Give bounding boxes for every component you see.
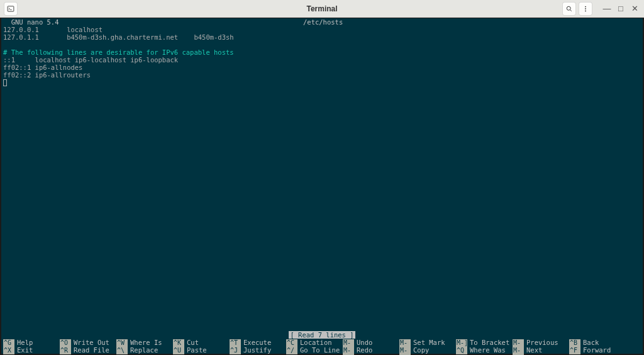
shortcut-item: ^TExecute — [230, 339, 286, 346]
nano-titlebar: GNU nano 5.4 /etc/hosts — [1, 18, 643, 26]
menu-icon[interactable] — [579, 2, 592, 16]
svg-rect-0 — [8, 6, 14, 11]
shortcut-label: Exit — [17, 346, 33, 354]
nano-shortcuts: ^GHelp^XExit^OWrite Out^RRead File^WWher… — [1, 339, 643, 354]
shortcut-item: ^QWhere Was — [456, 346, 513, 354]
shortcut-item: ^RRead File — [60, 346, 116, 354]
shortcut-item: M-UUndo — [343, 339, 399, 346]
search-icon[interactable] — [562, 2, 576, 16]
shortcut-key: ^X — [3, 347, 14, 354]
shortcut-label: Set Mark — [413, 339, 445, 346]
shortcut-label: Where Was — [470, 346, 506, 354]
shortcut-item: ^UPaste — [173, 346, 230, 354]
shortcut-item: ^OWrite Out — [60, 339, 116, 346]
shortcut-label: Back — [583, 339, 599, 346]
shortcut-item: ^WWhere Is — [116, 339, 173, 346]
shortcut-item: M-ERedo — [343, 346, 399, 354]
shortcut-item: ^KCut — [173, 339, 230, 346]
shortcut-item: M-QPrevious — [513, 339, 569, 346]
shortcut-item: M-6Copy — [399, 346, 456, 354]
shortcut-label: Justify — [243, 346, 271, 354]
shortcut-item: ^/Go To Line — [286, 346, 343, 354]
shortcut-label: Replace — [130, 346, 158, 354]
shortcut-item: ^FForward — [569, 346, 626, 354]
shortcut-item: ^XExit — [3, 346, 60, 354]
shortcut-key: ^R — [60, 347, 71, 354]
shortcut-item: ^CLocation — [286, 339, 343, 346]
shortcut-key: M-W — [513, 347, 524, 355]
shortcut-label: Cut — [187, 339, 199, 346]
close-button[interactable]: ✕ — [629, 3, 640, 14]
cursor — [3, 79, 7, 86]
window-titlebar: Terminal — □ ✕ — [0, 0, 644, 18]
shortcut-key: ^U — [173, 347, 184, 354]
shortcut-label: Write Out — [74, 339, 109, 346]
shortcut-label: Previous — [526, 339, 558, 346]
shortcut-item: ^JJustify — [230, 346, 286, 354]
nano-version: GNU nano 5.4 — [3, 18, 59, 26]
shortcut-label: Redo — [357, 346, 372, 354]
shortcut-label: Read File — [74, 346, 109, 354]
shortcut-label: Forward — [583, 346, 611, 354]
shortcut-key: ^Q — [456, 347, 467, 354]
shortcut-item: M-WNext — [513, 346, 569, 354]
svg-point-6 — [585, 10, 586, 11]
shortcut-key: ^\ — [116, 347, 128, 354]
window-title: Terminal — [0, 4, 644, 13]
terminal-icon[interactable] — [4, 2, 18, 16]
terminal-area[interactable]: GNU nano 5.4 /etc/hosts 127.0.0.1 localh… — [0, 18, 644, 355]
minimize-button[interactable]: — — [601, 3, 613, 14]
shortcut-key: M-6 — [399, 347, 411, 355]
nano-status: [ Read 7 lines ] — [1, 331, 643, 339]
shortcut-item: ^GHelp — [3, 339, 60, 346]
shortcut-label: Location — [300, 339, 332, 346]
svg-point-4 — [585, 6, 586, 7]
file-content[interactable]: 127.0.0.1 localhost 127.0.1.1 b450m-d3sh… — [1, 26, 643, 331]
shortcut-item: M-ASet Mark — [399, 339, 456, 346]
shortcut-label: Copy — [413, 346, 429, 354]
shortcut-label: To Bracket — [470, 339, 509, 346]
shortcut-label: Undo — [357, 339, 372, 346]
shortcut-label: Where Is — [130, 339, 162, 346]
shortcut-key: ^J — [230, 347, 241, 354]
nano-filename: /etc/hosts — [303, 18, 343, 26]
shortcut-key: ^F — [569, 347, 580, 354]
svg-line-3 — [570, 9, 572, 11]
shortcut-label: Help — [17, 339, 33, 346]
maximize-button[interactable]: □ — [615, 3, 626, 14]
shortcut-label: Execute — [243, 339, 271, 346]
shortcut-key: M-E — [343, 347, 354, 355]
shortcut-key: ^/ — [286, 347, 297, 354]
shortcut-item: ^\Replace — [116, 346, 173, 354]
shortcut-label: Next — [526, 346, 542, 354]
shortcut-label: Paste — [187, 346, 207, 354]
svg-point-5 — [585, 8, 586, 9]
svg-point-2 — [567, 6, 570, 10]
shortcut-label: Go To Line — [300, 346, 340, 354]
shortcut-item: ^BBack — [569, 339, 626, 346]
shortcut-item: M-]To Bracket — [456, 339, 513, 346]
